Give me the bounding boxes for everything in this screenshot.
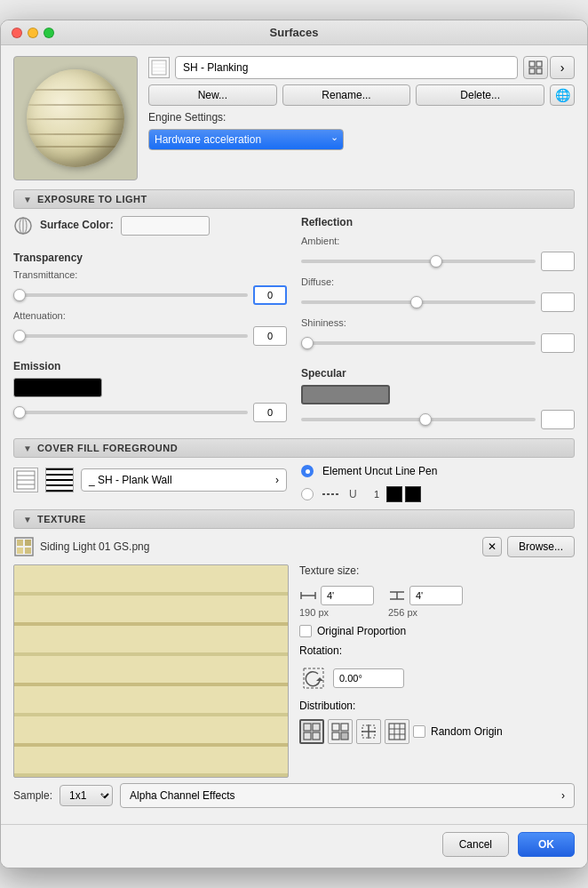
other-pen-radio[interactable] [301,488,314,500]
rotation-row [299,664,575,692]
transmittance-slider[interactable] [13,293,248,297]
svg-rect-34 [332,724,339,731]
pattern-swatch [45,468,74,492]
cancel-button[interactable]: Cancel [442,832,509,857]
new-button[interactable]: New... [148,84,277,106]
close-button[interactable] [12,28,22,38]
element-line-label: Element Uncut Line Pen [322,465,437,477]
svg-rect-6 [529,68,535,74]
delete-button[interactable]: Delete... [416,84,544,106]
texture-height-input[interactable] [409,586,463,605]
material-thumbnail [13,56,138,180]
engine-label: Engine Settings: [148,111,226,124]
svg-rect-32 [304,732,311,740]
exposure-arrow-icon: ▼ [23,195,32,204]
rotation-icon [299,664,328,692]
svg-rect-18 [17,540,23,546]
dist-icon-2[interactable] [328,719,353,744]
specular-swatch[interactable] [301,385,390,404]
window-title: Surfaces [270,26,319,39]
shininess-slider[interactable] [301,341,536,345]
rename-button[interactable]: Rename... [282,84,411,106]
emission-input[interactable]: 0 [253,403,287,422]
texture-width-input[interactable] [321,586,374,605]
engine-select-wrapper: Hardware acceleration [148,129,344,150]
engine-settings-row: Engine Settings: [148,111,575,124]
fill-dropdown-arrow: › [275,474,279,486]
header-section: › New... Rename... Delete... 🌐 Engine Se… [13,56,575,180]
original-proportion-checkbox[interactable] [299,625,312,637]
ok-button[interactable]: OK [518,832,575,857]
pen-color-icons [386,486,421,502]
texture-size-label: Texture size: [299,564,575,577]
attenuation-input[interactable]: 0 [253,326,287,346]
specular-input[interactable]: 53 [541,410,575,429]
ambient-input[interactable]: 58 [541,252,575,271]
texture-settings: Texture size: 190 px [299,564,575,778]
shininess-slider-row: 0 [301,333,575,353]
ambient-slider-row: 58 [301,252,575,271]
texture-arrow-icon: ▼ [23,515,32,524]
cover-fill-arrow-icon: ▼ [23,444,32,453]
diffuse-label: Diffuse: [301,276,575,287]
emission-swatch[interactable] [13,378,102,397]
random-origin-checkbox[interactable] [413,725,425,738]
alpha-label: Alpha Channel Effects [130,789,235,802]
browse-button[interactable]: Browse... [507,536,575,557]
shininess-input[interactable]: 0 [541,333,575,353]
exposure-section-header[interactable]: ▼ EXPOSURE TO LIGHT [13,189,575,209]
dist-icon-3[interactable] [356,719,381,744]
maximize-button[interactable] [44,28,54,38]
surface-name-input[interactable] [175,56,518,79]
texture-close-button[interactable]: ✕ [482,537,502,556]
diffuse-input[interactable]: 49 [541,292,575,312]
pen-number: 1 [374,489,379,500]
transparency-label: Transparency [13,252,287,264]
sphere-preview [27,69,124,167]
sample-label: Sample: [13,789,52,802]
texture-size-inputs: 190 px 256 px [299,586,575,618]
emission-slider[interactable] [13,411,248,414]
globe-button[interactable]: 🌐 [550,84,575,106]
dist-icon-4[interactable] [385,719,409,744]
specular-label: Specular [301,367,575,380]
minimize-button[interactable] [28,28,38,38]
svg-marker-29 [316,677,323,681]
element-line-radio[interactable] [301,465,314,477]
surface-name-row: › [148,56,575,79]
svg-rect-4 [529,61,535,67]
pen-icon-black [386,486,402,502]
engine-select-row: Hardware acceleration [148,129,575,150]
alpha-row[interactable]: Alpha Channel Effects › [120,783,575,808]
arrow-icon-button[interactable]: › [550,56,575,79]
original-proportion-label: Original Proportion [317,625,406,637]
cover-fill-section-header[interactable]: ▼ COVER FILL FOREGROUND [13,438,575,458]
diffuse-slider[interactable] [301,300,536,304]
sample-select[interactable]: 1x1 [60,785,113,806]
fill-dropdown[interactable]: _ SH - Plank Wall › [81,468,287,492]
svg-rect-33 [313,732,320,740]
svg-rect-41 [389,724,405,740]
height-icon [388,588,406,603]
cover-fill-row: _ SH - Plank Wall › [13,465,287,495]
svg-text:U: U [349,488,357,500]
ambient-slider[interactable] [301,260,536,263]
random-origin-label: Random Origin [431,725,503,738]
diffuse-slider-row: 49 [301,292,575,312]
line-pen-section: Element Uncut Line Pen U 1 [301,465,575,502]
texture-section-label: TEXTURE [37,514,86,524]
surface-color-swatch[interactable] [121,216,210,236]
engine-select[interactable]: Hardware acceleration [148,129,344,150]
exposure-right-col: Reflection Ambient: 58 Diffuse: 49 Shini… [301,216,575,431]
rotation-input[interactable] [333,668,404,688]
transmittance-input[interactable]: 0 [253,285,287,305]
svg-rect-30 [304,724,311,731]
texture-preview [13,564,289,778]
attenuation-slider[interactable] [13,334,248,338]
dist-icon-1[interactable] [299,719,324,744]
attenuation-label: Attenuation: [13,310,287,321]
texture-section-header[interactable]: ▼ TEXTURE [13,509,575,529]
texture-main-area: Texture size: 190 px [13,564,575,778]
specular-slider[interactable] [301,418,536,421]
grid-icon-button[interactable] [523,56,548,79]
